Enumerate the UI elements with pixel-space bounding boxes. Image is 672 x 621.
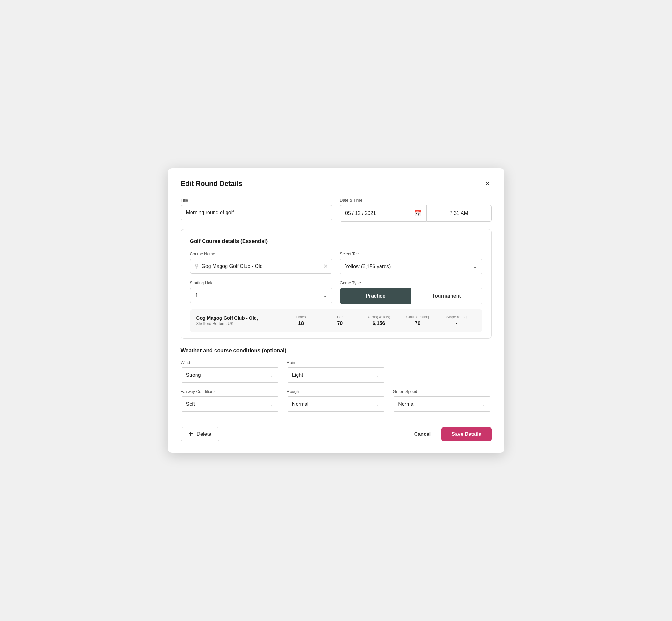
yards-label: Yards(Yellow) xyxy=(359,315,398,319)
rain-label: Rain xyxy=(287,360,385,365)
practice-button[interactable]: Practice xyxy=(340,288,411,304)
par-label: Par xyxy=(321,315,359,319)
delete-label: Delete xyxy=(197,431,211,437)
slope-value: - xyxy=(437,321,476,326)
weather-section: Weather and course conditions (optional)… xyxy=(181,347,492,412)
datetime-row: 05 / 12 / 2021 📅 7:31 AM xyxy=(340,205,492,221)
cancel-button[interactable]: Cancel xyxy=(411,427,434,441)
course-name-label: Course Name xyxy=(190,251,333,256)
rough-label: Rough xyxy=(287,389,385,394)
title-datetime-row: Title Date & Time 05 / 12 / 2021 📅 7:31 … xyxy=(181,198,492,221)
rain-value: Light xyxy=(292,372,376,378)
golf-course-section: Golf Course details (Essential) Course N… xyxy=(181,229,492,339)
rating-value: 70 xyxy=(398,321,437,326)
golf-section-title: Golf Course details (Essential) xyxy=(190,238,482,245)
hole-gametype-row: Starting Hole 1 ⌄ Game Type Practice Tou… xyxy=(190,281,482,304)
green-speed-dropdown[interactable]: Normal ⌄ xyxy=(393,396,491,412)
date-input[interactable]: 05 / 12 / 2021 📅 xyxy=(340,205,426,221)
rough-group: Rough Normal ⌄ xyxy=(287,389,385,412)
starting-hole-group: Starting Hole 1 ⌄ xyxy=(190,281,333,304)
game-type-group: Game Type Practice Tournament xyxy=(340,281,482,304)
select-tee-group: Select Tee Yellow (6,156 yards) ⌄ xyxy=(340,251,482,274)
datetime-group: Date & Time 05 / 12 / 2021 📅 7:31 AM xyxy=(340,198,492,221)
yards-value: 6,156 xyxy=(359,321,398,326)
close-button[interactable]: × xyxy=(484,179,492,188)
course-info-box: Gog Magog Golf Club - Old, Shelford Bott… xyxy=(190,309,482,332)
course-name-input[interactable] xyxy=(202,263,321,269)
fairway-group: Fairway Conditions Soft ⌄ xyxy=(181,389,279,412)
modal-footer: 🗑 Delete Cancel Save Details xyxy=(181,422,492,442)
course-info-name: Gog Magog Golf Club - Old, Shelford Bott… xyxy=(196,315,282,326)
chevron-down-icon: ⌄ xyxy=(376,372,380,378)
datetime-label: Date & Time xyxy=(340,198,492,203)
footer-right: Cancel Save Details xyxy=(411,427,492,442)
modal-header: Edit Round Details × xyxy=(181,179,492,188)
fairway-dropdown[interactable]: Soft ⌄ xyxy=(181,396,279,412)
select-tee-label: Select Tee xyxy=(340,251,482,256)
slope-label: Slope rating xyxy=(437,315,476,319)
rating-label: Course rating xyxy=(398,315,437,319)
chevron-down-icon: ⌄ xyxy=(270,372,274,378)
course-tee-row: Course Name ⚲ ✕ Select Tee Yellow (6,156… xyxy=(190,251,482,274)
slope-stat: Slope rating - xyxy=(437,315,476,326)
title-input[interactable] xyxy=(181,205,333,220)
chevron-down-icon: ⌄ xyxy=(473,263,477,270)
date-value: 05 / 12 / 2021 xyxy=(345,210,376,216)
starting-hole-dropdown[interactable]: 1 ⌄ xyxy=(190,288,333,303)
green-speed-group: Green Speed Normal ⌄ xyxy=(393,389,491,412)
select-tee-dropdown[interactable]: Yellow (6,156 yards) ⌄ xyxy=(340,259,482,274)
yards-stat: Yards(Yellow) 6,156 xyxy=(359,315,398,326)
course-name-input-wrap[interactable]: ⚲ ✕ xyxy=(190,259,333,274)
title-label: Title xyxy=(181,198,333,203)
wind-rain-row: Wind Strong ⌄ Rain Light ⌄ xyxy=(181,360,492,383)
starting-hole-value: 1 xyxy=(195,293,323,298)
par-value: 70 xyxy=(321,321,359,326)
select-tee-value: Yellow (6,156 yards) xyxy=(345,264,473,270)
course-location: Shelford Bottom, UK xyxy=(196,321,282,326)
green-speed-label: Green Speed xyxy=(393,389,491,394)
chevron-down-icon: ⌄ xyxy=(482,401,486,407)
holes-label: Holes xyxy=(282,315,321,319)
calendar-icon: 📅 xyxy=(414,210,421,217)
rough-dropdown[interactable]: Normal ⌄ xyxy=(287,396,385,412)
save-button[interactable]: Save Details xyxy=(442,427,491,442)
weather-section-title: Weather and course conditions (optional) xyxy=(181,347,492,354)
time-value: 7:31 AM xyxy=(450,210,468,216)
search-icon: ⚲ xyxy=(195,263,199,270)
green-speed-value: Normal xyxy=(398,401,482,407)
wind-group: Wind Strong ⌄ xyxy=(181,360,279,383)
title-group: Title xyxy=(181,198,333,221)
holes-value: 18 xyxy=(282,321,321,326)
trash-icon: 🗑 xyxy=(189,431,194,437)
modal-title: Edit Round Details xyxy=(181,179,243,188)
chevron-down-icon: ⌄ xyxy=(270,401,274,407)
fairway-rough-green-row: Fairway Conditions Soft ⌄ Rough Normal ⌄… xyxy=(181,389,492,412)
tournament-button[interactable]: Tournament xyxy=(411,288,482,304)
holes-stat: Holes 18 xyxy=(282,315,321,326)
wind-value: Strong xyxy=(186,372,270,378)
par-stat: Par 70 xyxy=(321,315,359,326)
fairway-label: Fairway Conditions xyxy=(181,389,279,394)
edit-round-modal: Edit Round Details × Title Date & Time 0… xyxy=(168,168,504,453)
clear-icon[interactable]: ✕ xyxy=(323,263,328,269)
chevron-down-icon: ⌄ xyxy=(323,292,327,298)
rating-stat: Course rating 70 xyxy=(398,315,437,326)
game-type-toggle: Practice Tournament xyxy=(340,288,482,304)
rain-dropdown[interactable]: Light ⌄ xyxy=(287,367,385,383)
fairway-value: Soft xyxy=(186,401,270,407)
course-name-group: Course Name ⚲ ✕ xyxy=(190,251,333,274)
delete-button[interactable]: 🗑 Delete xyxy=(181,427,219,442)
chevron-down-icon: ⌄ xyxy=(376,401,380,407)
course-full-name: Gog Magog Golf Club - Old, xyxy=(196,315,282,321)
starting-hole-label: Starting Hole xyxy=(190,281,333,285)
rough-value: Normal xyxy=(292,401,376,407)
game-type-label: Game Type xyxy=(340,281,482,285)
wind-label: Wind xyxy=(181,360,279,365)
wind-dropdown[interactable]: Strong ⌄ xyxy=(181,367,279,383)
rain-group: Rain Light ⌄ xyxy=(287,360,385,383)
time-input[interactable]: 7:31 AM xyxy=(426,205,491,221)
